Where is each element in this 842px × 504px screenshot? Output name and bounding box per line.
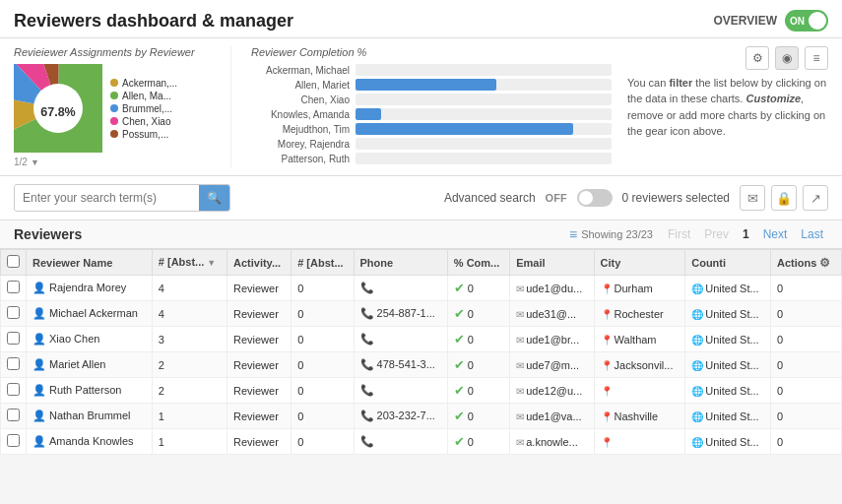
page-title: Reviewers dashboard & manager (14, 11, 293, 32)
row-city-6: 📍 (594, 429, 685, 455)
row-email-5: ✉ude1@va... (510, 404, 594, 429)
select-all-checkbox[interactable] (7, 255, 20, 268)
lock-action-icon[interactable]: 🔒 (771, 185, 797, 211)
phone-icon-6: 📞 (360, 435, 374, 447)
row-check-0[interactable] (7, 281, 20, 293)
toggle-on-label: ON (790, 16, 805, 27)
row-city-2: 📍Waltham (594, 327, 685, 352)
bar-fill-3 (356, 108, 381, 120)
check-icon-0: ✔ (454, 281, 465, 295)
row-check-4[interactable] (7, 383, 20, 396)
info-customize: Customize (745, 93, 801, 104)
search-button[interactable]: 🔍 (199, 185, 229, 211)
col-abs1[interactable]: # [Abst... ▼ (152, 250, 227, 276)
search-right: Advanced search OFF 0 reviewers selected… (444, 185, 828, 211)
globe-icon-0: 🌐 (691, 284, 703, 294)
pie-chart-icon-button[interactable]: ◉ (775, 46, 799, 70)
bar-row-4: Mejudthon, Tim (251, 123, 612, 135)
row-activity-2: Reviewer (227, 327, 291, 352)
bar-chart-title: Reviewer Completion % (251, 46, 612, 58)
row-name-0: 👤Rajendra Morey (27, 276, 153, 301)
row-country-6: 🌐United St... (685, 429, 771, 455)
pie-nav-arrow[interactable]: ▼ (31, 158, 39, 167)
legend-label-0: Ackerman,... (122, 78, 177, 89)
bar-row-1: Allen, Mariet (251, 79, 612, 91)
col-pct[interactable]: % Com... (447, 250, 509, 276)
col-email[interactable]: Email (510, 250, 594, 276)
col-reviewer-name[interactable]: Reviewer Name (27, 250, 153, 276)
row-pct-2: ✔ 0 (447, 327, 509, 352)
pie-chart[interactable]: 67.8% (14, 64, 102, 153)
col-abs2[interactable]: # [Abst... (291, 250, 354, 276)
bar-row-2: Chen, Xiao (251, 94, 612, 105)
col-phone[interactable]: Phone (354, 250, 447, 276)
email-action-icon[interactable]: ✉ (740, 185, 765, 211)
row-phone-0: 📞 (354, 276, 447, 301)
prev-page-btn[interactable]: Prev (699, 226, 734, 242)
location-icon-0: 📍 (601, 284, 613, 294)
phone-icon-2: 📞 (360, 333, 374, 345)
overview-toggle[interactable]: ON (785, 10, 828, 32)
row-abs1-3: 2 (152, 352, 227, 378)
col-city[interactable]: City (594, 250, 685, 276)
globe-icon-6: 🌐 (691, 437, 703, 448)
row-phone-5: 📞 203-232-7... (354, 404, 447, 429)
bar-row-5: Morey, Rajendra (251, 138, 612, 150)
table-row: 👤Nathan Brummel 1 Reviewer 0 📞 203-232-7… (1, 404, 842, 429)
next-page-btn[interactable]: Next (758, 226, 793, 242)
row-checkbox-1 (1, 301, 27, 327)
advanced-search-label: Advanced search (444, 191, 536, 205)
bar-track-3 (356, 108, 612, 120)
check-icon-4: ✔ (454, 383, 465, 398)
bar-track-0 (356, 64, 612, 76)
col-country[interactable]: Counti (685, 250, 771, 276)
selected-count: 0 reviewers selected (622, 191, 730, 205)
legend-dot-4 (110, 130, 118, 138)
row-actions-0: 0 (771, 276, 842, 301)
user-icon-4: 👤 (32, 384, 46, 396)
bar-row-3: Knowles, Amanda (251, 108, 612, 120)
list-icon-button[interactable]: ≡ (805, 46, 828, 70)
table-title: Reviewers (14, 226, 82, 242)
row-checkbox-2 (1, 327, 27, 352)
search-input[interactable] (15, 186, 199, 210)
row-check-3[interactable] (7, 357, 20, 370)
row-activity-3: Reviewer (227, 352, 291, 378)
globe-icon-2: 🌐 (691, 335, 703, 346)
row-pct-4: ✔ 0 (447, 378, 509, 404)
first-page-btn[interactable]: First (663, 226, 695, 242)
row-activity-1: Reviewer (227, 301, 291, 327)
row-email-1: ✉ude31@... (510, 301, 594, 327)
table-scroll: Reviewer Name # [Abst... ▼ Activity... #… (0, 249, 842, 455)
bar-label-4: Mejudthon, Tim (251, 124, 350, 135)
check-icon-2: ✔ (454, 332, 465, 346)
phone-icon-5: 📞 (360, 410, 374, 421)
col-activity[interactable]: Activity... (227, 250, 291, 276)
user-icon-5: 👤 (32, 410, 46, 421)
user-icon-2: 👤 (32, 333, 46, 345)
row-actions-1: 0 (771, 301, 842, 327)
advanced-search-toggle[interactable] (577, 189, 613, 207)
row-email-4: ✉ude12@u... (510, 378, 594, 404)
row-email-3: ✉ude7@m... (510, 352, 594, 378)
row-abs1-6: 1 (152, 429, 227, 455)
row-check-1[interactable] (7, 306, 20, 319)
row-email-0: ✉ude1@du... (510, 276, 594, 301)
current-page-btn[interactable]: 1 (738, 226, 754, 242)
row-check-5[interactable] (7, 409, 20, 421)
legend-dot-0 (110, 79, 118, 87)
row-check-2[interactable] (7, 332, 20, 345)
table-row: 👤Xiao Chen 3 Reviewer 0 📞 ✔ 0 ✉ude1@br..… (1, 327, 842, 352)
last-page-btn[interactable]: Last (796, 226, 828, 242)
check-icon-1: ✔ (454, 306, 465, 321)
gear-icon-button[interactable]: ⚙ (745, 46, 769, 70)
sort-icon-abs1: ▼ (207, 259, 216, 269)
location-icon-2: 📍 (601, 335, 613, 346)
showing-text: Showing 23/23 (581, 228, 653, 240)
row-check-6[interactable] (7, 434, 20, 447)
row-abs2-6: 0 (291, 429, 354, 455)
actions-gear-icon[interactable]: ⚙ (819, 256, 830, 270)
row-actions-5: 0 (771, 404, 842, 429)
export-action-icon[interactable]: ↗ (803, 185, 828, 211)
pie-container: 67.8% Ackerman,... Allen, Ma... Brummel,… (14, 64, 221, 153)
